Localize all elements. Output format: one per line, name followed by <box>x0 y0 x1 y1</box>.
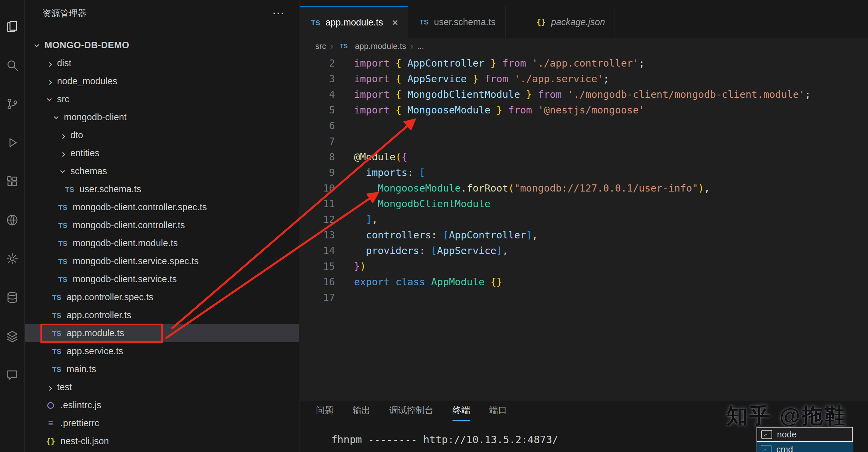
code-line-5[interactable]: 5import { MongooseModule } from '@nestjs… <box>300 102 868 118</box>
tree-item-.eslintrc.js[interactable]: .eslintrc.js <box>25 396 299 414</box>
tree-item-dist[interactable]: ›dist <box>25 54 299 72</box>
run-debug-icon[interactable] <box>5 135 19 150</box>
breadcrumb-label: ... <box>417 41 424 51</box>
tree-item-label: mongodb-client.controller.ts <box>73 220 185 231</box>
line-number: 11 <box>300 198 344 210</box>
tree-item-label: nest-cli.json <box>60 436 109 447</box>
code-line-15[interactable]: 15}) <box>300 258 868 274</box>
code-line-9[interactable]: 9 imports: [ <box>300 165 868 180</box>
code-line-7[interactable]: 7 <box>300 133 868 149</box>
panel-tab-active[interactable]: 终端 <box>453 401 470 421</box>
layers-icon[interactable] <box>5 329 19 343</box>
tree-item-mongodb-client.service.spec.ts[interactable]: TSmongodb-client.service.spec.ts <box>25 252 299 270</box>
tab-app.module.ts[interactable]: TSapp.module.ts× <box>300 6 408 38</box>
code-line-12[interactable]: 12 ], <box>300 212 868 227</box>
explorer-icon[interactable] <box>5 19 19 34</box>
code-text: import { MongooseModule } from '@nestjs/… <box>344 104 645 116</box>
tree-item-mongodb-client[interactable]: ›mongodb-client <box>25 108 299 126</box>
ts-icon: TS <box>50 365 63 374</box>
tree-item-mongo-db-demo[interactable]: ›MONGO-DB-DEMO <box>25 36 299 54</box>
zhihu-watermark: 知乎 @拖鞋 <box>726 401 847 430</box>
tree-item-mongodb-client.controller.spec.ts[interactable]: TSmongodb-client.controller.spec.ts <box>25 198 299 216</box>
tree-item-app.controller.ts[interactable]: TSapp.controller.ts <box>25 306 299 324</box>
close-icon[interactable]: × <box>392 16 398 29</box>
code-text: controllers: [AppController], <box>344 229 538 241</box>
ts-icon: TS <box>63 185 76 194</box>
code-text: export class AppModule {} <box>344 276 502 288</box>
chat-icon[interactable] <box>5 368 19 382</box>
tab-user.schema.ts[interactable]: TSuser.schema.ts <box>408 6 506 38</box>
ts-icon: TS <box>56 203 69 212</box>
code-line-8[interactable]: 8@Module({ <box>300 149 868 165</box>
tree-item-schemas[interactable]: ›schemas <box>25 162 299 180</box>
search-icon[interactable] <box>5 58 19 72</box>
line-number: 3 <box>300 73 344 85</box>
breadcrumb-separator-icon: › <box>330 41 333 52</box>
database-icon[interactable] <box>5 290 19 305</box>
activity-bar <box>0 0 25 452</box>
panel-tab-item[interactable]: 端口 <box>489 401 507 421</box>
terminal-output[interactable]: fhnpm -------- http://10.13.5.2:4873/ <box>331 434 558 446</box>
settings-gear-icon[interactable] <box>5 252 19 266</box>
tree-item-.prettierrc[interactable]: ≡.prettierrc <box>25 414 299 432</box>
tree-item-nest-cli.json[interactable]: {}nest-cli.json <box>25 432 299 450</box>
code-text: @Module({ <box>344 151 407 163</box>
chevron-right-icon: › <box>58 148 69 159</box>
more-actions-icon[interactable]: ⋯ <box>272 10 285 17</box>
terminal-profile-cmd[interactable]: >_cmd <box>757 442 853 452</box>
code-line-6[interactable]: 6 <box>300 118 868 133</box>
breadcrumb-item[interactable]: src <box>315 41 326 51</box>
remote-icon[interactable] <box>5 213 19 227</box>
code-editor[interactable]: 2import { AppController } from './app.co… <box>300 55 868 401</box>
code-line-16[interactable]: 16export class AppModule {} <box>300 274 868 290</box>
tree-item-main.ts[interactable]: TSmain.ts <box>25 360 299 378</box>
code-line-13[interactable]: 13 controllers: [AppController], <box>300 227 868 243</box>
vscode-window: 资源管理器 ⋯ ›MONGO-DB-DEMO›dist›node_modules… <box>0 0 868 452</box>
panel-tab-item[interactable]: 调试控制台 <box>389 401 433 421</box>
ts-icon: TS <box>56 239 69 248</box>
code-line-14[interactable]: 14 providers: [AppService], <box>300 243 868 258</box>
line-number: 6 <box>300 120 344 131</box>
ts-icon: TS <box>309 19 322 27</box>
panel-tab-item[interactable]: 输出 <box>353 401 370 421</box>
tree-item-label: mongodb-client.module.ts <box>73 238 178 249</box>
tree-item-label: entities <box>70 148 100 159</box>
tree-item-mongodb-client.service.ts[interactable]: TSmongodb-client.service.ts <box>25 270 299 288</box>
chevron-down-icon: › <box>45 94 56 105</box>
tree-item-src[interactable]: ›src <box>25 90 299 108</box>
code-text: import { MongodbClientModule } from './m… <box>344 89 811 100</box>
tree-item-app.controller.spec.ts[interactable]: TSapp.controller.spec.ts <box>25 288 299 306</box>
code-text: imports: [ <box>344 167 425 178</box>
code-text: providers: [AppService], <box>344 245 508 256</box>
code-line-3[interactable]: 3import { AppService } from './app.servi… <box>300 71 868 87</box>
code-line-11[interactable]: 11 MongodbClientModule <box>300 196 868 212</box>
tree-item-test[interactable]: ›test <box>25 378 299 396</box>
code-line-2[interactable]: 2import { AppController } from './app.co… <box>300 55 868 71</box>
tree-item-label: dto <box>70 130 83 141</box>
line-number: 17 <box>300 292 344 303</box>
tree-item-dto[interactable]: ›dto <box>25 126 299 144</box>
breadcrumb-item[interactable]: TSapp.module.ts <box>337 41 406 51</box>
code-line-17[interactable]: 17 <box>300 290 868 305</box>
ts-icon: TS <box>418 18 430 26</box>
tab-label: user.schema.ts <box>434 17 496 28</box>
panel-tab-item[interactable]: 问题 <box>316 401 334 421</box>
tree-item-user.schema.ts[interactable]: TSuser.schema.ts <box>25 180 299 198</box>
line-number: 2 <box>300 57 344 69</box>
editor-area: TSapp.module.ts×TSuser.schema.ts{}packag… <box>300 0 868 401</box>
tree-item-app.module.ts[interactable]: TSapp.module.ts <box>25 324 299 342</box>
tree-item-node-modules[interactable]: ›node_modules <box>25 72 299 90</box>
source-control-icon[interactable] <box>5 97 19 111</box>
tree-item-mongodb-client.controller.ts[interactable]: TSmongodb-client.controller.ts <box>25 216 299 234</box>
breadcrumb-separator-icon: › <box>410 41 413 52</box>
breadcrumb-item[interactable]: ... <box>417 41 424 51</box>
extensions-icon[interactable] <box>5 174 19 188</box>
code-line-4[interactable]: 4import { MongodbClientModule } from './… <box>300 87 868 102</box>
tree-item-app.service.ts[interactable]: TSapp.service.ts <box>25 342 299 360</box>
terminal-profile-node[interactable]: >_node <box>757 427 853 442</box>
tab-package.json[interactable]: {}package.json <box>525 6 615 38</box>
eslint-icon <box>44 402 57 409</box>
tree-item-entities[interactable]: ›entities <box>25 144 299 162</box>
tree-item-mongodb-client.module.ts[interactable]: TSmongodb-client.module.ts <box>25 234 299 252</box>
code-line-10[interactable]: 10 MongooseModule.forRoot("mongodb://127… <box>300 180 868 196</box>
